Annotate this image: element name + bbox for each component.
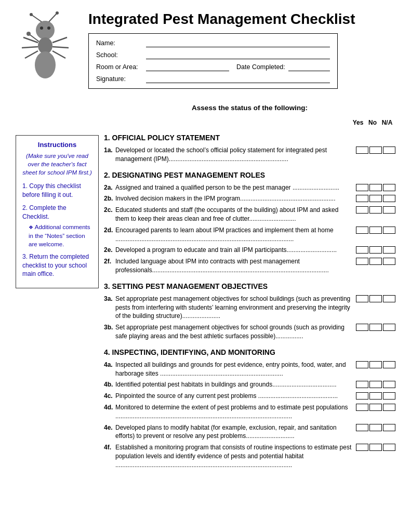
name-label: Name:: [96, 39, 143, 47]
signature-label: Signature:: [96, 75, 143, 83]
room-field[interactable]: [146, 63, 229, 71]
checkbox-2c-na[interactable]: [383, 206, 395, 214]
item-4e: 4e. Developed plans to modify habitat (f…: [104, 423, 395, 441]
checkbox-4d-na[interactable]: [383, 404, 395, 411]
checkbox-1a-no[interactable]: [369, 147, 382, 154]
checkbox-2d-na[interactable]: [383, 227, 395, 234]
checkbox-2e-na[interactable]: [383, 246, 395, 254]
item-2c: 2c. Educated students and staff (the occ…: [104, 206, 395, 223]
checkbox-4c-yes[interactable]: [356, 392, 368, 400]
checkbox-2b-na[interactable]: [383, 195, 395, 202]
checkbox-4e-na[interactable]: [383, 424, 395, 431]
svg-line-14: [52, 51, 65, 58]
checkbox-4f-no[interactable]: [369, 444, 382, 451]
sidebar: Instructions (Make sure you've read over…: [16, 135, 99, 472]
checkbox-1a-na[interactable]: [383, 147, 395, 154]
date-field[interactable]: [288, 63, 330, 71]
checkbox-3b-na[interactable]: [383, 324, 395, 331]
checkbox-3a-no[interactable]: [369, 295, 382, 302]
checkbox-3a-na[interactable]: [383, 295, 395, 302]
instructions-box: Instructions (Make sure you've read over…: [16, 135, 99, 288]
item-2a: 2a. Assigned and trained a qualified per…: [104, 183, 395, 192]
checkbox-2a-na[interactable]: [383, 184, 395, 191]
svg-line-9: [23, 37, 38, 43]
svg-point-16: [26, 32, 31, 36]
item-2b: 2b. Involved decision makers in the IPM …: [104, 194, 395, 203]
sub-list: Additional comments in the “Notes” secti…: [22, 223, 92, 248]
checkbox-2d-yes[interactable]: [356, 227, 368, 234]
instructions-title: Instructions: [22, 141, 92, 149]
section-2-title: 2. DESIGNATING PEST MANAGEMENT ROLES: [104, 171, 395, 179]
instruction-item-2: 2. Complete the Checklist. Additional co…: [22, 204, 92, 248]
assess-header: Assess the status of the following:: [104, 104, 395, 112]
col-na: N/A: [380, 119, 394, 126]
checkbox-4b-yes[interactable]: [356, 381, 368, 388]
item-2d: 2d. Encouraged parents to learn about IP…: [104, 226, 395, 244]
item-3b: 3b. Set appropriate pest management obje…: [104, 323, 395, 341]
checkbox-2b-yes[interactable]: [356, 195, 368, 202]
checkbox-4a-yes[interactable]: [356, 361, 368, 368]
item-4a: 4a. Inspected all buildings and grounds …: [104, 361, 395, 378]
checkbox-3b-no[interactable]: [369, 324, 382, 331]
checkbox-1a-yes[interactable]: [356, 147, 368, 154]
item-1a: 1a. Developed or located the school’s of…: [104, 146, 395, 164]
checkbox-4c-no[interactable]: [369, 392, 382, 400]
svg-line-11: [25, 51, 38, 58]
page-title: Integrated Pest Management Checklist: [88, 10, 355, 28]
signature-field[interactable]: [146, 75, 330, 83]
svg-point-8: [35, 51, 56, 78]
name-field[interactable]: [146, 39, 330, 47]
svg-line-10: [22, 47, 38, 48]
section-3-title: 3. SETTING PEST MANAGEMENT OBJECTIVES: [104, 282, 395, 290]
checkbox-4a-na[interactable]: [383, 361, 395, 368]
instruction-item-3: 3. Return the completed checklist to you…: [22, 252, 92, 278]
item-4f: 4f. Established a monitoring program tha…: [104, 443, 395, 469]
checkbox-4c-na[interactable]: [383, 392, 395, 400]
checkbox-2a-no[interactable]: [369, 184, 382, 191]
instructions-list: 1. Copy this checklist before filling it…: [22, 182, 92, 278]
room-label: Room or Area:: [96, 63, 143, 71]
column-headers: Yes No N/A: [104, 119, 395, 126]
school-field[interactable]: [146, 51, 330, 59]
checkbox-3a-yes[interactable]: [356, 295, 368, 302]
ant-illustration: [16, 10, 78, 94]
checkbox-3b-yes[interactable]: [356, 324, 368, 331]
checkbox-2f-yes[interactable]: [356, 258, 368, 265]
svg-line-12: [52, 37, 67, 43]
checkbox-4d-yes[interactable]: [356, 404, 368, 411]
school-label: School:: [96, 51, 143, 59]
checkbox-2e-no[interactable]: [369, 246, 382, 254]
checkbox-2d-no[interactable]: [369, 227, 382, 234]
checkbox-2f-na[interactable]: [383, 258, 395, 265]
checkbox-4a-no[interactable]: [369, 361, 382, 368]
section-4-title: 4. INSPECTING, IDENTIFYING, AND MONITORI…: [104, 348, 395, 356]
checkbox-2f-no[interactable]: [369, 258, 382, 265]
item-4d: 4d. Monitored to determine the extent of…: [104, 403, 395, 421]
checkbox-2c-yes[interactable]: [356, 206, 368, 214]
svg-point-5: [40, 26, 43, 30]
item-4b: 4b. Identified potential pest habitats i…: [104, 380, 395, 389]
title-block: Integrated Pest Management Checklist Nam…: [88, 10, 355, 89]
checkbox-4f-na[interactable]: [383, 444, 395, 451]
instruction-item-1: 1. Copy this checklist before filling it…: [22, 182, 92, 200]
checkbox-4b-na[interactable]: [383, 381, 395, 388]
instructions-note: (Make sure you've read over the teacher'…: [22, 152, 92, 177]
checkbox-4e-yes[interactable]: [356, 424, 368, 431]
checkbox-2c-no[interactable]: [369, 206, 382, 214]
checkbox-4b-no[interactable]: [369, 381, 382, 388]
svg-line-2: [49, 13, 57, 22]
checkbox-4e-no[interactable]: [369, 424, 382, 431]
form-box: Name: School: Room or Area: Date Complet…: [88, 33, 338, 89]
item-2e: 2e. Developed a program to educate and t…: [104, 246, 395, 255]
item-2f: 2f. Included language about IPM into con…: [104, 257, 395, 275]
checkbox-2b-no[interactable]: [369, 195, 382, 202]
section-1-title: 1. OFFICIAL POLICY STATEMENT: [104, 134, 395, 142]
col-yes: Yes: [351, 119, 365, 126]
checkbox-4f-yes[interactable]: [356, 444, 368, 451]
checkbox-4d-no[interactable]: [369, 404, 382, 411]
svg-point-3: [30, 13, 33, 16]
svg-point-6: [47, 26, 50, 30]
checkbox-2a-yes[interactable]: [356, 184, 368, 191]
svg-line-1: [31, 15, 42, 22]
checkbox-2e-yes[interactable]: [356, 246, 368, 254]
